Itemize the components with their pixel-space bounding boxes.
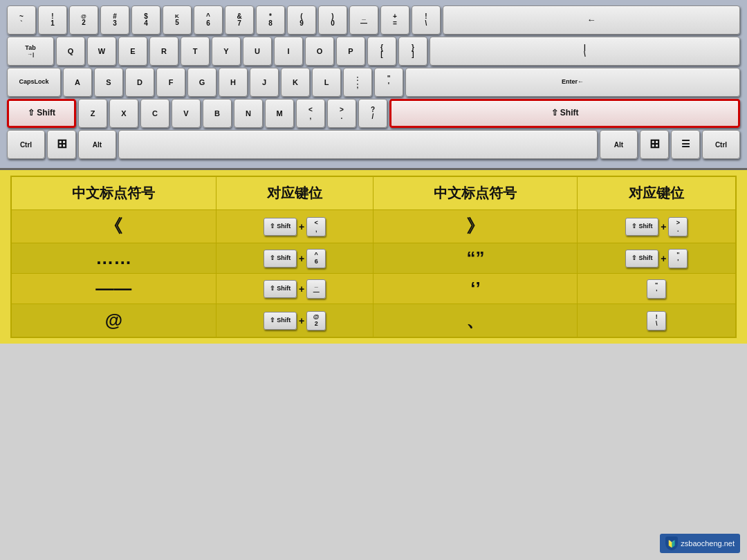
- key-win-left[interactable]: ⊞: [47, 130, 76, 159]
- key-combo: ⇧ Shift + <,: [220, 217, 370, 236]
- keyboard-row-zxcv: ⇧ Shift Z X C V B N M <, >. ?/ ⇧ Shift: [7, 99, 740, 128]
- key-y[interactable]: Y: [212, 37, 241, 66]
- punct-symbol: ……: [95, 248, 131, 268]
- symbol-cell: ‘’: [374, 274, 578, 304]
- key-cell: !\: [578, 304, 736, 338]
- key-r[interactable]: R: [149, 37, 178, 66]
- key-0[interactable]: )0: [318, 6, 347, 35]
- key-alt-left[interactable]: Alt: [78, 130, 116, 159]
- watermark: 🔰 zsbaocheng.net: [660, 534, 740, 553]
- key-shift-left[interactable]: ⇧ Shift: [7, 99, 76, 128]
- key-cell: ⇧ Shift + "': [578, 243, 736, 274]
- key-p[interactable]: P: [336, 37, 365, 66]
- col-header-symbol1: 中文标点符号: [11, 176, 216, 210]
- key-l[interactable]: L: [312, 68, 341, 97]
- table-row: @ ⇧ Shift + @2 、 !\: [11, 304, 736, 338]
- key-combo: ⇧ Shift + _—: [220, 279, 370, 299]
- punct-symbol: 》: [466, 216, 484, 236]
- key-4[interactable]: $4: [131, 6, 160, 35]
- key-5[interactable]: K5: [163, 6, 192, 35]
- shift-key-mini: ⇧ Shift: [264, 312, 297, 330]
- plus-sign: +: [299, 253, 304, 264]
- col-header-key1: 对应键位: [216, 176, 374, 210]
- key-7[interactable]: &7: [225, 6, 254, 35]
- key-menu[interactable]: ☰: [671, 130, 700, 159]
- key-backslash2[interactable]: !\: [412, 6, 441, 35]
- symbol-cell: ——: [11, 274, 216, 304]
- key-o[interactable]: O: [305, 37, 334, 66]
- watermark-text: zsbaocheng.net: [681, 539, 735, 548]
- key-j[interactable]: J: [250, 68, 279, 97]
- char-key-mini: !\: [647, 311, 666, 330]
- key-s[interactable]: S: [94, 68, 123, 97]
- key-enter[interactable]: Enter←: [405, 68, 740, 97]
- key-combo: !\: [581, 311, 732, 330]
- key-v[interactable]: V: [172, 99, 201, 128]
- key-w[interactable]: W: [87, 37, 116, 66]
- key-g[interactable]: G: [187, 68, 216, 97]
- key-a[interactable]: A: [63, 68, 92, 97]
- key-d[interactable]: D: [125, 68, 154, 97]
- punct-symbol: 《: [104, 216, 122, 236]
- key-tab[interactable]: Tab→|: [7, 37, 54, 66]
- key-8[interactable]: *8: [256, 6, 285, 35]
- key-i[interactable]: I: [274, 37, 303, 66]
- key-e[interactable]: E: [118, 37, 147, 66]
- shift-key-mini: ⇧ Shift: [264, 218, 297, 236]
- key-cell: ⇧ Shift + ^6: [216, 243, 374, 274]
- key-minus[interactable]: _—: [349, 6, 378, 35]
- key-slash[interactable]: ?/: [358, 99, 387, 128]
- key-combo: ⇧ Shift + "': [581, 249, 732, 268]
- key-comma[interactable]: <,: [296, 99, 325, 128]
- key-combo: ⇧ Shift + ^6: [220, 249, 370, 268]
- col-header-symbol2: 中文标点符号: [374, 176, 578, 210]
- key-ctrl-left[interactable]: Ctrl: [7, 130, 45, 159]
- plus-sign: +: [661, 221, 666, 232]
- key-f[interactable]: F: [156, 68, 185, 97]
- punctuation-table-section: 中文标点符号 对应键位 中文标点符号 对应键位 《 ⇧ Shift + <,: [0, 170, 747, 344]
- symbol-cell: @: [11, 304, 216, 338]
- key-z[interactable]: Z: [78, 99, 107, 128]
- key-alt-right[interactable]: Alt: [600, 130, 638, 159]
- key-equals[interactable]: +=: [380, 6, 409, 35]
- key-tilde[interactable]: ~`: [7, 6, 36, 35]
- key-period[interactable]: >.: [327, 99, 356, 128]
- key-q[interactable]: Q: [56, 37, 85, 66]
- key-lbracket[interactable]: {[: [367, 37, 396, 66]
- key-n[interactable]: N: [234, 99, 263, 128]
- shift-key-mini: ⇧ Shift: [264, 250, 297, 268]
- key-m[interactable]: M: [265, 99, 294, 128]
- key-space[interactable]: [118, 130, 598, 159]
- key-6[interactable]: ^6: [194, 6, 223, 35]
- key-u[interactable]: U: [243, 37, 272, 66]
- key-semicolon[interactable]: :;: [343, 68, 372, 97]
- key-quote[interactable]: "': [374, 68, 403, 97]
- plus-sign: +: [299, 283, 304, 295]
- keyboard-row-numbers: ~` !1 @2 #3 $4 K5 ^6 &7 *8 (9 )0 _— += !…: [7, 6, 740, 35]
- key-combo: "': [581, 279, 732, 299]
- key-9[interactable]: (9: [287, 6, 316, 35]
- key-k[interactable]: K: [281, 68, 310, 97]
- key-x[interactable]: X: [109, 99, 138, 128]
- key-b[interactable]: B: [203, 99, 232, 128]
- punctuation-table: 中文标点符号 对应键位 中文标点符号 对应键位 《 ⇧ Shift + <,: [10, 176, 737, 338]
- key-cell: ⇧ Shift + @2: [216, 304, 374, 338]
- char-key-mini: @2: [306, 311, 326, 330]
- key-cell: "': [578, 274, 736, 304]
- key-win-right[interactable]: ⊞: [640, 130, 669, 159]
- key-h[interactable]: H: [219, 68, 248, 97]
- punct-symbol: ——: [95, 278, 131, 299]
- key-rbracket[interactable]: }]: [398, 37, 427, 66]
- key-t[interactable]: T: [181, 37, 210, 66]
- punct-symbol: @: [105, 310, 122, 330]
- key-3[interactable]: #3: [100, 6, 129, 35]
- key-c[interactable]: C: [140, 99, 169, 128]
- key-ctrl-right[interactable]: Ctrl: [702, 130, 740, 159]
- key-2[interactable]: @2: [69, 6, 98, 35]
- key-backslash[interactable]: |\: [430, 37, 740, 66]
- symbol-cell: “”: [374, 243, 578, 274]
- key-capslock[interactable]: CapsLock: [7, 68, 61, 97]
- key-backspace[interactable]: ←: [443, 6, 740, 35]
- key-shift-right[interactable]: ⇧ Shift: [389, 99, 740, 128]
- key-1[interactable]: !1: [38, 6, 67, 35]
